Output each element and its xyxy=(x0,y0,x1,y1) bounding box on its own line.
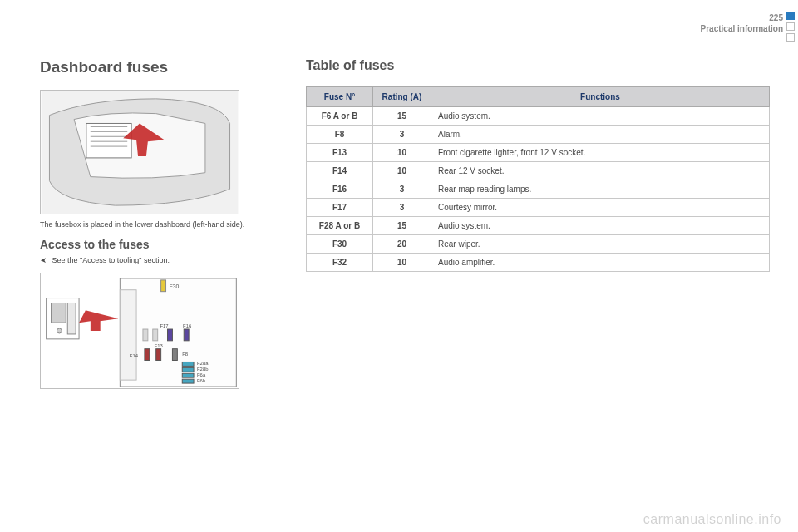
table-row: F30 20 Rear wiper. xyxy=(307,235,770,254)
content: Dashboard fuses xyxy=(40,58,770,524)
cell-rating: 10 xyxy=(373,162,431,180)
table-row: F6 A or B 15 Audio system. xyxy=(307,107,770,126)
col-rating: Rating (A) xyxy=(373,87,431,107)
dashboard-fuses-heading: Dashboard fuses xyxy=(40,58,281,76)
table-row: F17 3 Courtesy mirror. xyxy=(307,199,770,217)
svg-rect-9 xyxy=(52,303,66,323)
dashboard-caption: The fusebox is placed in the lower dashb… xyxy=(40,219,281,229)
cell-functions: Front cigarette lighter, front 12 V sock… xyxy=(431,144,770,162)
watermark: carmanualsonline.info xyxy=(643,512,781,527)
label-f30: F30 xyxy=(169,283,179,289)
page: 225 Practical information Dashboard fuse… xyxy=(0,0,798,532)
cell-rating: 10 xyxy=(373,254,431,272)
table-row: F32 10 Audio amplifier. xyxy=(307,254,770,272)
fuse-diagram: F30 F17 F16 F14 F13 F8 xyxy=(40,273,239,389)
label-f14: F14 xyxy=(130,353,139,358)
table-row: F13 10 Front cigarette lighter, front 12… xyxy=(307,144,770,162)
cell-functions: Audio amplifier. xyxy=(431,254,770,272)
svg-rect-15 xyxy=(161,280,166,292)
label-f17: F17 xyxy=(160,323,168,328)
cell-rating: 15 xyxy=(373,107,431,126)
cell-functions: Audio system. xyxy=(431,107,770,126)
cell-rating: 10 xyxy=(373,144,431,162)
label-f16: F16 xyxy=(183,323,192,328)
section-name: Practical information xyxy=(582,24,783,33)
svg-rect-18 xyxy=(145,349,150,361)
cell-rating: 15 xyxy=(373,217,431,235)
cell-fuse-no: F30 xyxy=(307,235,373,254)
cell-functions: Courtesy mirror. xyxy=(431,199,770,217)
cell-rating: 3 xyxy=(373,180,431,199)
label-f28a: F28a xyxy=(197,362,209,367)
access-bullet-text: See the "Access to tooling" section. xyxy=(52,256,170,264)
table-heading: Table of fuses xyxy=(306,58,770,73)
label-f6a: F6a xyxy=(197,372,206,377)
svg-rect-22 xyxy=(182,367,194,372)
page-header: 225 Practical information xyxy=(582,13,798,33)
marker-square-empty xyxy=(786,33,795,42)
table-row: F8 3 Alarm. xyxy=(307,126,770,144)
svg-rect-17 xyxy=(184,329,189,341)
dashboard-illustration-svg xyxy=(41,91,239,214)
table-header-row: Fuse N° Rating (A) Functions xyxy=(307,87,770,107)
label-f13: F13 xyxy=(155,343,164,348)
table-row: F28 A or B 15 Audio system. xyxy=(307,217,770,235)
cell-fuse-no: F14 xyxy=(307,162,373,180)
label-f6b: F6b xyxy=(197,378,206,383)
cell-fuse-no: F28 A or B xyxy=(307,217,373,235)
table-row: F16 3 Rear map reading lamps. xyxy=(307,180,770,199)
cell-rating: 3 xyxy=(373,126,431,144)
access-bullet: ➤ See the "Access to tooling" section. xyxy=(40,256,281,264)
right-column: Table of fuses Fuse N° Rating (A) Functi… xyxy=(306,58,770,524)
label-f28b: F28b xyxy=(197,367,209,372)
cell-fuse-no: F6 A or B xyxy=(307,107,373,126)
col-fuse-no: Fuse N° xyxy=(307,87,373,107)
cell-fuse-no: F8 xyxy=(307,126,373,144)
page-number: 225 xyxy=(582,13,783,22)
svg-rect-16 xyxy=(168,329,173,341)
left-column: Dashboard fuses xyxy=(40,58,281,524)
svg-rect-19 xyxy=(156,349,161,361)
cell-functions: Alarm. xyxy=(431,126,770,144)
svg-rect-20 xyxy=(172,349,177,361)
cell-functions: Rear map reading lamps. xyxy=(431,180,770,199)
cell-fuse-no: F13 xyxy=(307,144,373,162)
svg-rect-13 xyxy=(120,278,236,387)
svg-rect-25 xyxy=(143,329,148,341)
access-heading: Access to the fuses xyxy=(40,238,281,251)
svg-rect-24 xyxy=(182,379,194,383)
cell-functions: Rear 12 V socket. xyxy=(431,162,770,180)
cell-fuse-no: F16 xyxy=(307,180,373,199)
svg-rect-21 xyxy=(182,362,194,367)
bullet-arrow-icon: ➤ xyxy=(40,256,47,264)
cell-functions: Rear wiper. xyxy=(431,235,770,254)
svg-rect-26 xyxy=(153,329,158,341)
cell-fuse-no: F32 xyxy=(307,254,373,272)
svg-rect-14 xyxy=(120,290,136,380)
fuse-diagram-svg: F30 F17 F16 F14 F13 F8 xyxy=(41,273,239,388)
table-row: F14 10 Rear 12 V socket. xyxy=(307,162,770,180)
svg-point-11 xyxy=(57,328,62,333)
cell-fuse-no: F17 xyxy=(307,199,373,217)
label-f8: F8 xyxy=(182,352,189,357)
fuse-table: Fuse N° Rating (A) Functions F6 A or B 1… xyxy=(306,86,770,272)
dashboard-illustration xyxy=(40,90,239,214)
col-functions: Functions xyxy=(431,87,770,107)
svg-rect-1 xyxy=(86,123,131,157)
svg-rect-10 xyxy=(67,303,76,334)
cell-rating: 20 xyxy=(373,235,431,254)
cell-rating: 3 xyxy=(373,199,431,217)
cell-functions: Audio system. xyxy=(431,217,770,235)
svg-rect-23 xyxy=(182,373,194,377)
